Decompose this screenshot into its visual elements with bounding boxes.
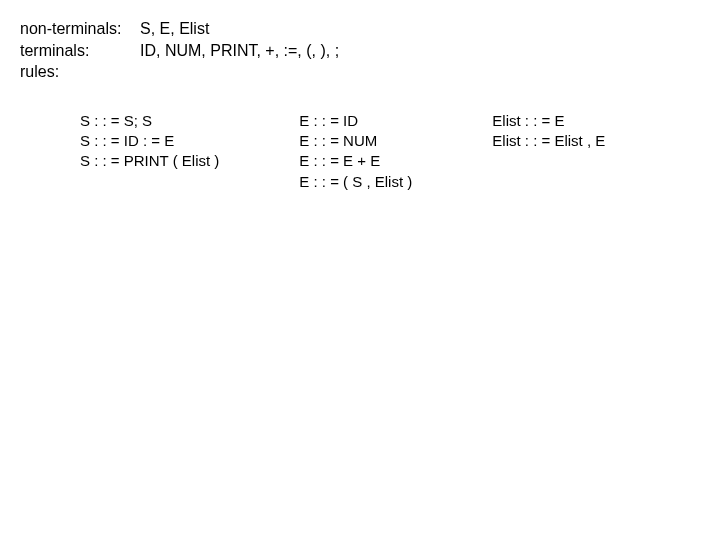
rule-line: E : : = ( S , Elist )	[299, 172, 412, 192]
rule-line: E : : = NUM	[299, 131, 412, 151]
rule-line: Elist : : = Elist , E	[492, 131, 605, 151]
definitions-block: non-terminals: S, E, Elist terminals: ID…	[20, 18, 700, 83]
nonterminals-label: non-terminals:	[20, 18, 140, 40]
rules-columns: S : : = S; S S : : = ID : = E S : : = PR…	[20, 111, 700, 192]
rule-line: S : : = PRINT ( Elist )	[80, 151, 219, 171]
terminals-value: ID, NUM, PRINT, +, :=, (, ), ;	[140, 40, 700, 62]
rules-col-elist: Elist : : = E Elist : : = Elist , E	[492, 111, 605, 192]
rule-line: E : : = E + E	[299, 151, 412, 171]
rules-value-empty	[140, 61, 700, 83]
rule-line: S : : = ID : = E	[80, 131, 219, 151]
nonterminals-value: S, E, Elist	[140, 18, 700, 40]
rules-label: rules:	[20, 61, 140, 83]
terminals-row: terminals: ID, NUM, PRINT, +, :=, (, ), …	[20, 40, 700, 62]
rule-line: S : : = S; S	[80, 111, 219, 131]
grammar-definition-page: non-terminals: S, E, Elist terminals: ID…	[0, 0, 720, 210]
nonterminals-row: non-terminals: S, E, Elist	[20, 18, 700, 40]
rule-line: E : : = ID	[299, 111, 412, 131]
rule-line: Elist : : = E	[492, 111, 605, 131]
terminals-label: terminals:	[20, 40, 140, 62]
rules-col-e: E : : = ID E : : = NUM E : : = E + E E :…	[299, 111, 412, 192]
rules-row: rules:	[20, 61, 700, 83]
rules-col-s: S : : = S; S S : : = ID : = E S : : = PR…	[80, 111, 219, 192]
